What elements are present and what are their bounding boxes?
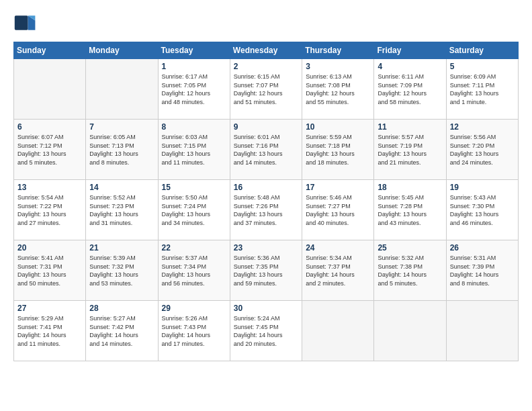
day-number: 23 [234,243,298,253]
day-number: 3 [306,62,370,71]
calendar-cell: 5Sunrise: 6:09 AMSunset: 7:11 PMDaylight… [446,59,518,120]
day-number: 29 [162,304,226,313]
day-number: 16 [234,183,298,192]
day-number: 18 [378,183,442,192]
calendar-cell: 30Sunrise: 5:24 AMSunset: 7:45 PMDayligh… [230,301,302,361]
day-number: 15 [162,183,226,192]
day-number: 6 [17,122,82,132]
calendar-header-saturday: Saturday [446,42,518,59]
calendar-header-row: SundayMondayTuesdayWednesdayThursdayFrid… [14,42,519,59]
calendar-cell [446,301,518,361]
calendar-cell: 8Sunrise: 6:03 AMSunset: 7:15 PMDaylight… [158,120,230,180]
calendar-header-tuesday: Tuesday [158,42,230,59]
calendar-week-4: 20Sunrise: 5:41 AMSunset: 7:31 PMDayligh… [14,240,519,301]
day-info: Sunrise: 5:54 AMSunset: 7:22 PMDaylight:… [17,193,82,227]
calendar-cell: 1Sunrise: 6:17 AMSunset: 7:05 PMDaylight… [158,59,230,120]
calendar-cell: 12Sunrise: 5:56 AMSunset: 7:20 PMDayligh… [446,120,518,180]
day-number: 22 [162,243,226,253]
svg-rect-0 [15,15,28,30]
day-info: Sunrise: 5:37 AMSunset: 7:34 PMDaylight:… [162,254,226,287]
day-number: 5 [450,62,515,71]
day-number: 7 [89,122,154,132]
day-info: Sunrise: 5:34 AMSunset: 7:37 PMDaylight:… [306,254,370,287]
calendar-cell [86,59,158,120]
calendar-cell: 25Sunrise: 5:32 AMSunset: 7:38 PMDayligh… [374,240,446,301]
day-number: 11 [378,122,442,132]
day-info: Sunrise: 5:26 AMSunset: 7:43 PMDaylight:… [162,314,226,348]
day-info: Sunrise: 6:05 AMSunset: 7:13 PMDaylight:… [89,133,154,167]
calendar-week-1: 1Sunrise: 6:17 AMSunset: 7:05 PMDaylight… [14,59,519,120]
calendar-cell: 27Sunrise: 5:29 AMSunset: 7:41 PMDayligh… [14,301,86,361]
day-info: Sunrise: 5:50 AMSunset: 7:24 PMDaylight:… [162,193,226,227]
day-info: Sunrise: 5:24 AMSunset: 7:45 PMDaylight:… [234,314,298,348]
calendar-cell: 7Sunrise: 6:05 AMSunset: 7:13 PMDaylight… [86,120,158,180]
calendar-cell: 16Sunrise: 5:48 AMSunset: 7:26 PMDayligh… [230,180,302,240]
calendar-header-thursday: Thursday [302,42,374,59]
calendar-cell: 2Sunrise: 6:15 AMSunset: 7:07 PMDaylight… [230,59,302,120]
day-info: Sunrise: 5:39 AMSunset: 7:32 PMDaylight:… [89,254,154,287]
calendar-cell: 14Sunrise: 5:52 AMSunset: 7:23 PMDayligh… [86,180,158,240]
day-info: Sunrise: 5:41 AMSunset: 7:31 PMDaylight:… [17,254,82,287]
day-info: Sunrise: 6:17 AMSunset: 7:05 PMDaylight:… [162,73,226,106]
day-info: Sunrise: 5:48 AMSunset: 7:26 PMDaylight:… [234,193,298,227]
calendar-cell: 4Sunrise: 6:11 AMSunset: 7:09 PMDaylight… [374,59,446,120]
day-number: 30 [234,304,298,313]
page-container: SundayMondayTuesdayWednesdayThursdayFrid… [0,0,532,375]
day-info: Sunrise: 6:01 AMSunset: 7:16 PMDaylight:… [234,133,298,167]
calendar-cell: 20Sunrise: 5:41 AMSunset: 7:31 PMDayligh… [14,240,86,301]
calendar-cell: 10Sunrise: 5:59 AMSunset: 7:18 PMDayligh… [302,120,374,180]
day-info: Sunrise: 5:59 AMSunset: 7:18 PMDaylight:… [306,133,370,167]
page-header [13,11,519,35]
calendar-cell: 9Sunrise: 6:01 AMSunset: 7:16 PMDaylight… [230,120,302,180]
day-number: 25 [378,243,442,253]
logo [13,11,42,35]
day-info: Sunrise: 5:31 AMSunset: 7:39 PMDaylight:… [450,254,515,287]
day-info: Sunrise: 6:09 AMSunset: 7:11 PMDaylight:… [450,73,515,106]
day-number: 1 [162,62,226,71]
day-number: 24 [306,243,370,253]
day-info: Sunrise: 5:32 AMSunset: 7:38 PMDaylight:… [378,254,442,287]
day-number: 28 [89,304,154,313]
calendar-table: SundayMondayTuesdayWednesdayThursdayFrid… [13,42,519,361]
day-number: 17 [306,183,370,192]
calendar-cell [374,301,446,361]
calendar-week-5: 27Sunrise: 5:29 AMSunset: 7:41 PMDayligh… [14,301,519,361]
day-info: Sunrise: 5:56 AMSunset: 7:20 PMDaylight:… [450,133,515,167]
calendar-week-3: 13Sunrise: 5:54 AMSunset: 7:22 PMDayligh… [14,180,519,240]
day-info: Sunrise: 5:43 AMSunset: 7:30 PMDaylight:… [450,193,515,227]
calendar-cell: 29Sunrise: 5:26 AMSunset: 7:43 PMDayligh… [158,301,230,361]
day-info: Sunrise: 5:27 AMSunset: 7:42 PMDaylight:… [89,314,154,348]
calendar-cell: 24Sunrise: 5:34 AMSunset: 7:37 PMDayligh… [302,240,374,301]
day-number: 4 [378,62,442,71]
calendar-cell: 18Sunrise: 5:45 AMSunset: 7:28 PMDayligh… [374,180,446,240]
day-number: 8 [162,122,226,132]
calendar-cell: 13Sunrise: 5:54 AMSunset: 7:22 PMDayligh… [14,180,86,240]
day-info: Sunrise: 5:46 AMSunset: 7:27 PMDaylight:… [306,193,370,227]
calendar-cell: 17Sunrise: 5:46 AMSunset: 7:27 PMDayligh… [302,180,374,240]
calendar-cell: 6Sunrise: 6:07 AMSunset: 7:12 PMDaylight… [14,120,86,180]
day-info: Sunrise: 6:13 AMSunset: 7:08 PMDaylight:… [306,73,370,106]
calendar-cell: 22Sunrise: 5:37 AMSunset: 7:34 PMDayligh… [158,240,230,301]
day-info: Sunrise: 5:57 AMSunset: 7:19 PMDaylight:… [378,133,442,167]
day-number: 27 [17,304,82,313]
logo-icon [13,11,38,35]
calendar-cell: 26Sunrise: 5:31 AMSunset: 7:39 PMDayligh… [446,240,518,301]
day-info: Sunrise: 6:03 AMSunset: 7:15 PMDaylight:… [162,133,226,167]
day-info: Sunrise: 6:15 AMSunset: 7:07 PMDaylight:… [234,73,298,106]
calendar-cell: 21Sunrise: 5:39 AMSunset: 7:32 PMDayligh… [86,240,158,301]
day-number: 20 [17,243,82,253]
calendar-cell: 19Sunrise: 5:43 AMSunset: 7:30 PMDayligh… [446,180,518,240]
calendar-cell [302,301,374,361]
day-number: 9 [234,122,298,132]
calendar-cell: 28Sunrise: 5:27 AMSunset: 7:42 PMDayligh… [86,301,158,361]
calendar-header-monday: Monday [86,42,158,59]
day-number: 10 [306,122,370,132]
day-number: 19 [450,183,515,192]
calendar-cell: 15Sunrise: 5:50 AMSunset: 7:24 PMDayligh… [158,180,230,240]
day-number: 12 [450,122,515,132]
day-info: Sunrise: 6:07 AMSunset: 7:12 PMDaylight:… [17,133,82,167]
calendar-header-friday: Friday [374,42,446,59]
calendar-cell: 3Sunrise: 6:13 AMSunset: 7:08 PMDaylight… [302,59,374,120]
calendar-cell [14,59,86,120]
calendar-week-2: 6Sunrise: 6:07 AMSunset: 7:12 PMDaylight… [14,120,519,180]
